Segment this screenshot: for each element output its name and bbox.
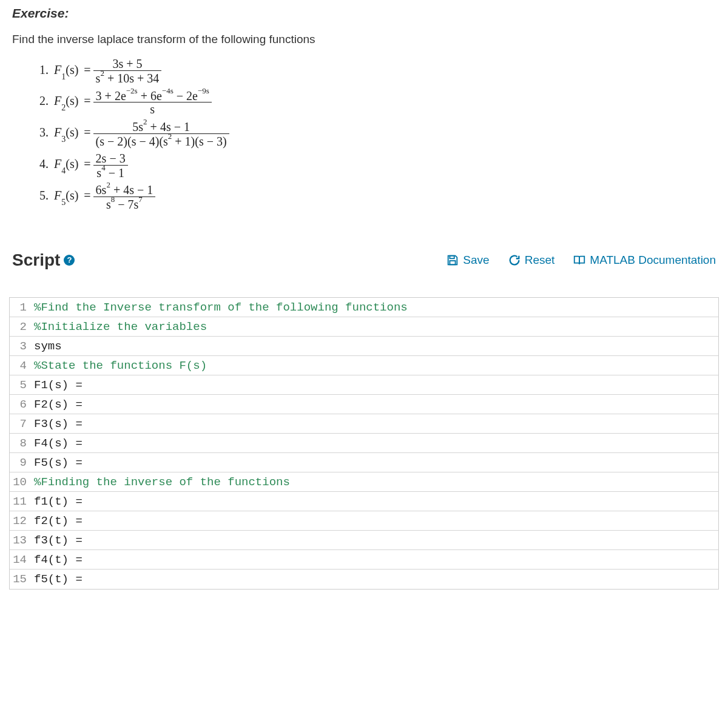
line-number: 5 [10,375,30,394]
script-heading-group: Script ? [12,250,75,270]
math-lhs: 5. F5(s) = [39,189,93,204]
code-text[interactable]: F4(s) = [30,434,83,452]
editor-line[interactable]: 7F3(s) = [10,414,718,434]
math-item: 5. F5(s) = 6s2 + 4s − 1s8 − 7s7 [39,183,716,210]
code-text[interactable]: F5(s) = [30,453,83,472]
math-item: 3. F3(s) = 5s2 + 4s − 1(s − 2)(s − 4)(s2… [39,119,716,147]
line-number: 2 [10,317,30,336]
line-number: 3 [10,337,30,355]
math-lhs: 1. F1(s) = [39,63,93,79]
line-number: 13 [10,531,30,549]
save-button[interactable]: Save [446,254,489,267]
editor-line[interactable]: 11f1(t) = [10,492,718,511]
line-number: 7 [10,414,30,433]
math-list: 1. F1(s) = 3s + 5s2 + 10s + 342. F2(s) =… [39,57,716,211]
save-label: Save [463,254,489,267]
svg-rect-1 [450,261,456,264]
math-lhs: 3. F3(s) = [39,126,93,141]
code-text[interactable]: %Find the Inverse transform of the follo… [30,298,408,317]
reset-button[interactable]: Reset [508,254,555,267]
fraction: 3s + 5s2 + 10s + 34 [93,57,162,85]
editor-line[interactable]: 5F1(s) = [10,375,718,395]
editor-line[interactable]: 10%Finding the inverse of the functions [10,472,718,492]
denominator: s [147,102,157,116]
numerator: 3s + 5 [110,57,144,70]
code-text[interactable]: f1(t) = [30,492,83,511]
reset-icon [508,254,521,267]
editor-line[interactable]: 13f3(t) = [10,531,718,550]
numerator: 2s − 3 [93,152,128,165]
script-toolbar-row: Script ? Save Reset MATLAB Documentation [12,250,716,270]
code-text[interactable]: f3(t) = [30,531,83,549]
doc-label: MATLAB Documentation [590,254,716,267]
code-text[interactable]: F3(s) = [30,414,83,433]
denominator: (s − 2)(s − 4)(s2 + 1)(s − 3) [93,134,229,148]
code-text[interactable]: F1(s) = [30,375,83,394]
numerator: 3 + 2e−2s + 6e−4s − 2e−9s [93,89,212,102]
denominator: s2 + 10s + 34 [93,71,162,85]
editor-line[interactable]: 6F2(s) = [10,395,718,414]
line-number: 15 [10,570,30,589]
code-editor[interactable]: 1%Find the Inverse transform of the foll… [9,297,719,590]
editor-line[interactable]: 9F5(s) = [10,453,718,472]
code-text[interactable]: f5(t) = [30,570,83,589]
line-number: 9 [10,453,30,472]
math-lhs: 2. F2(s) = [39,94,93,110]
math-item: 2. F2(s) = 3 + 2e−2s + 6e−4s − 2e−9ss [39,89,716,116]
numerator: 5s2 + 4s − 1 [130,119,192,133]
script-heading: Script [12,250,60,270]
instruction-text: Find the inverse laplace transform of th… [12,33,716,46]
line-number: 10 [10,472,30,491]
fraction: 6s2 + 4s − 1s8 − 7s7 [93,183,156,210]
code-text[interactable]: f4(t) = [30,550,83,569]
code-text[interactable]: %State the functions F(s) [30,356,207,375]
line-number: 11 [10,492,30,511]
line-number: 6 [10,395,30,414]
code-text[interactable]: F2(s) = [30,395,83,414]
code-text[interactable]: syms [30,337,62,355]
doc-button[interactable]: MATLAB Documentation [573,254,716,267]
line-number: 12 [10,511,30,530]
code-text[interactable]: f2(t) = [30,511,83,530]
code-text[interactable]: %Initialize the variables [30,317,207,336]
reset-label: Reset [525,254,555,267]
fraction: 5s2 + 4s − 1(s − 2)(s − 4)(s2 + 1)(s − 3… [93,119,229,147]
editor-line[interactable]: 3syms [10,337,718,356]
save-icon [446,254,459,267]
exercise-title: Exercise: [12,6,716,21]
fraction: 3 + 2e−2s + 6e−4s − 2e−9ss [93,89,212,116]
line-number: 4 [10,356,30,375]
denominator: s8 − 7s7 [104,197,145,211]
numerator: 6s2 + 4s − 1 [93,183,156,197]
math-item: 1. F1(s) = 3s + 5s2 + 10s + 34 [39,57,716,85]
svg-rect-0 [450,255,454,258]
editor-line[interactable]: 2%Initialize the variables [10,317,718,337]
editor-line[interactable]: 15f5(t) = [10,570,718,589]
fraction: 2s − 3s4 − 1 [93,152,128,180]
line-number: 14 [10,550,30,569]
editor-line[interactable]: 8F4(s) = [10,434,718,453]
editor-line[interactable]: 1%Find the Inverse transform of the foll… [10,298,718,317]
line-number: 1 [10,298,30,317]
editor-line[interactable]: 14f4(t) = [10,550,718,570]
denominator: s4 − 1 [94,166,127,180]
code-text[interactable]: %Finding the inverse of the functions [30,472,290,491]
toolbar: Save Reset MATLAB Documentation [446,254,716,267]
help-icon[interactable]: ? [64,255,75,266]
book-icon [573,254,586,267]
math-item: 4. F4(s) = 2s − 3s4 − 1 [39,152,716,180]
editor-line[interactable]: 12f2(t) = [10,511,718,531]
editor-line[interactable]: 4%State the functions F(s) [10,356,718,375]
math-lhs: 4. F4(s) = [39,157,93,173]
line-number: 8 [10,434,30,452]
